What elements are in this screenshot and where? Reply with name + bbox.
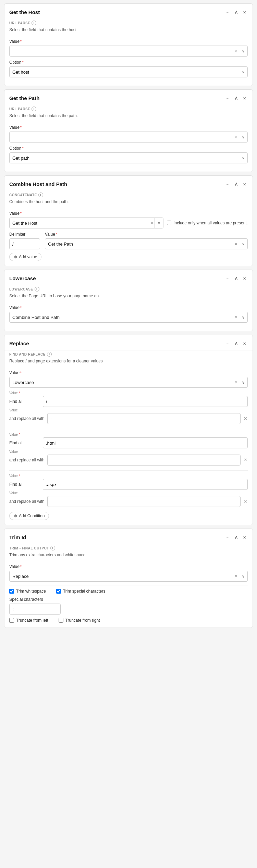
get-the-host-option-select-row: Get host Get path Get query ∨ [9, 66, 248, 77]
get-the-path-desc: Select the field that contains the path. [4, 112, 253, 122]
combine-value-clear-btn[interactable]: × [149, 220, 155, 226]
get-the-path-info-icon[interactable]: i [32, 107, 36, 111]
get-the-host-desc: Select the field that contains the host [4, 26, 253, 36]
combine-info-icon[interactable]: i [38, 193, 43, 197]
trim-id-info-icon[interactable]: i [50, 546, 55, 550]
get-the-path-value-input[interactable] [10, 132, 233, 142]
lowercase-value-label: Value * [9, 305, 248, 310]
get-the-host-collapse-btn[interactable]: ∧ [233, 8, 240, 16]
replace-condition-3-find-label: Find all [9, 482, 40, 487]
trim-id-divider [9, 585, 248, 585]
trim-id-more-btn[interactable]: ··· [224, 533, 232, 541]
combine-desc: Combines the host and the path. [4, 198, 253, 208]
get-the-host-more-btn[interactable]: ··· [224, 8, 232, 16]
trim-whitespace-label[interactable]: Trim whitespace [9, 589, 46, 594]
combine-value2-dropdown-btn[interactable]: ∨ [239, 239, 247, 249]
lowercase-value-dropdown-btn[interactable]: ∨ [239, 312, 247, 322]
trim-id-close-btn[interactable]: × [241, 533, 248, 541]
replace-condition-1-find-input[interactable] [43, 396, 248, 407]
get-the-host-title: Get the Host [9, 9, 224, 15]
combine-value2-clear-btn[interactable]: × [233, 241, 239, 247]
replace-condition-2-replace-input[interactable] [47, 455, 241, 466]
lowercase-more-btn[interactable]: ··· [224, 274, 232, 282]
get-the-path-value-dropdown-btn[interactable]: ∨ [239, 132, 247, 142]
truncate-left-label[interactable]: Truncate from left [9, 618, 48, 623]
get-the-host-option-group: Option * Get host Get path Get query ∨ [9, 60, 248, 77]
replace-condition-2-find-value-label: Value * [9, 433, 248, 436]
lowercase-close-btn[interactable]: × [241, 274, 248, 282]
combine-add-value-btn[interactable]: ⊕ Add value [9, 253, 41, 261]
get-the-host-value-input[interactable] [10, 46, 233, 56]
combine-close-btn[interactable]: × [241, 180, 248, 188]
combine-include-only-checkbox[interactable] [167, 221, 171, 225]
combine-delimiter-input[interactable] [10, 239, 40, 249]
trim-special-checkbox[interactable] [56, 589, 61, 594]
dots-icon: ··· [225, 275, 230, 281]
replace-value-dropdown-btn[interactable]: ∨ [239, 377, 247, 387]
combine-collapse-btn[interactable]: ∧ [233, 180, 240, 188]
truncate-right-checkbox[interactable] [59, 618, 63, 623]
get-the-path-body: Value * × ∨ Option * Get host Get path G… [4, 122, 253, 172]
combine-host-path-card: Combine Host and Path ··· ∧ × CONCATENAT… [4, 175, 253, 266]
trim-whitespace-checkbox[interactable] [9, 589, 14, 594]
lowercase-desc: Select the Page URL to base your page na… [4, 292, 253, 302]
combine-value-select-tag: Get the Host × ∨ [9, 218, 163, 228]
replace-condition-1-replace-label: and replace all with [9, 416, 45, 421]
get-the-path-value-label: Value * [9, 125, 248, 130]
dots-icon: ··· [225, 340, 230, 346]
truncate-right-label[interactable]: Truncate from right [59, 618, 100, 623]
get-the-path-value-clear-btn[interactable]: × [233, 134, 239, 140]
replace-value-label: Value * [9, 370, 248, 375]
combine-value-dropdown-btn[interactable]: ∨ [155, 218, 163, 228]
trim-id-collapse-btn[interactable]: ∧ [233, 533, 240, 541]
trim-id-value-dropdown-btn[interactable]: ∨ [239, 571, 247, 581]
replace-add-condition-btn[interactable]: ⊕ Add Condition [9, 512, 49, 520]
get-the-host-option-select[interactable]: Get host Get path Get query [10, 67, 239, 77]
trim-id-value-group: Value * Replace × ∨ [9, 564, 248, 582]
replace-condition-2-remove-btn[interactable]: × [243, 456, 248, 464]
get-the-host-value-group: Value * × ∨ [9, 39, 248, 57]
get-the-path-value-input-row: × ∨ [9, 132, 248, 142]
combine-host-path-actions: ··· ∧ × [224, 180, 248, 188]
get-the-host-info-icon[interactable]: i [32, 21, 36, 25]
chevron-up-icon: ∧ [234, 9, 238, 15]
combine-host-path-header: Combine Host and Path ··· ∧ × [4, 176, 253, 191]
replace-condition-1-replace-input[interactable] [47, 413, 241, 424]
lowercase-info-icon[interactable]: i [35, 287, 39, 292]
replace-condition-3-replace-input[interactable] [47, 496, 241, 507]
replace-title: Replace [9, 340, 224, 346]
replace-condition-3-find-value-label: Value * [9, 474, 248, 478]
replace-condition-1-find-input-row: Find all [9, 396, 248, 407]
get-the-path-collapse-btn[interactable]: ∧ [233, 94, 240, 102]
get-the-path-close-btn[interactable]: × [241, 94, 248, 102]
replace-condition-2-find-input[interactable] [43, 437, 248, 448]
get-the-host-value-clear-btn[interactable]: × [233, 48, 239, 54]
replace-condition-1-remove-btn[interactable]: × [243, 415, 248, 422]
replace-more-btn[interactable]: ··· [224, 339, 232, 347]
replace-condition-3-find-input[interactable] [43, 479, 248, 490]
lowercase-collapse-btn[interactable]: ∧ [233, 274, 240, 282]
replace-info-icon[interactable]: i [47, 352, 52, 357]
replace-close-btn[interactable]: × [241, 339, 248, 347]
trim-special-chars-input[interactable] [10, 604, 61, 614]
chevron-up-icon: ∧ [234, 340, 238, 346]
replace-collapse-btn[interactable]: ∧ [233, 339, 240, 347]
replace-body: Value * Lowercase × ∨ Value * Find all [4, 367, 253, 525]
replace-value-clear-btn[interactable]: × [233, 380, 239, 385]
truncate-left-checkbox[interactable] [9, 618, 14, 623]
trim-whitespace-label-text: Trim whitespace [16, 589, 46, 594]
get-the-path-option-select[interactable]: Get host Get path Get query [10, 153, 239, 163]
replace-condition-3-replace-value-label: Value [9, 491, 248, 495]
get-the-host-option-label: Option * [9, 60, 248, 65]
lowercase-value-clear-btn[interactable]: × [233, 314, 239, 320]
trim-id-value-select-tag: Replace × ∨ [9, 571, 248, 582]
get-the-host-value-dropdown-btn[interactable]: ∨ [239, 46, 247, 56]
get-the-host-close-btn[interactable]: × [241, 8, 248, 16]
replace-condition-1-find-label: Find all [9, 399, 40, 404]
trim-id-value-clear-btn[interactable]: × [233, 573, 239, 579]
lowercase-title: Lowercase [9, 275, 224, 281]
get-the-path-more-btn[interactable]: ··· [224, 94, 232, 102]
trim-special-label[interactable]: Trim special characters [56, 589, 106, 594]
combine-more-btn[interactable]: ··· [224, 180, 232, 188]
replace-condition-3-remove-btn[interactable]: × [243, 498, 248, 505]
